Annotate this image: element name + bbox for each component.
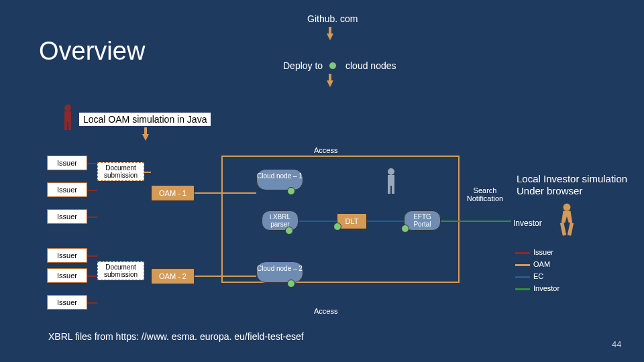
svg-rect-3	[68, 122, 71, 130]
arrow-stem	[329, 74, 331, 80]
legend-investor: Investor	[515, 284, 559, 292]
arrow-down-icon	[327, 34, 333, 40]
connector	[87, 255, 97, 257]
svg-rect-9	[560, 223, 566, 236]
node-dot-icon	[285, 227, 293, 235]
connector	[144, 172, 151, 173]
node-dot-icon	[333, 223, 341, 231]
oam-2-box: OAM - 2	[151, 268, 195, 284]
issuer-box: Issuer	[47, 295, 87, 310]
connector	[441, 221, 511, 222]
arrow-stem	[329, 27, 331, 34]
connector	[87, 163, 97, 164]
local-sim-label: Local OAM simulation in Java	[79, 113, 211, 126]
eftg-portal: EFTG Portal	[404, 210, 441, 231]
issuer-box: Issuer	[47, 182, 87, 197]
issuer-box: Issuer	[47, 268, 87, 283]
svg-point-0	[64, 105, 71, 111]
legend-ec: EC	[515, 272, 543, 280]
connector	[87, 217, 97, 218]
connector	[87, 190, 97, 191]
person-icon	[60, 104, 75, 131]
node-dot-icon	[287, 280, 295, 288]
cloud-node-2: Cloud node – 2	[256, 261, 303, 283]
svg-point-4	[388, 168, 394, 175]
issuer-box: Issuer	[47, 209, 87, 224]
svg-rect-6	[388, 186, 390, 194]
github-label: Github. com	[307, 13, 358, 24]
page-title: Overview	[39, 37, 145, 66]
arrow-down-icon	[327, 80, 333, 87]
issuer-box: Issuer	[47, 156, 87, 170]
svg-rect-1	[64, 111, 71, 122]
doc-submission-box: Document submission	[97, 261, 144, 280]
ixbrl-parser: i.XBRL parser	[262, 210, 299, 231]
connector	[195, 276, 256, 277]
page-number: 44	[612, 339, 621, 349]
connector	[195, 192, 256, 194]
arrow-down-icon	[142, 134, 149, 141]
connector	[87, 276, 97, 277]
walking-person-icon	[557, 202, 577, 239]
node-dot-icon	[401, 225, 409, 233]
svg-rect-7	[392, 186, 394, 194]
investor-label: Investor	[513, 219, 542, 228]
connector	[87, 302, 97, 304]
access-label: Access	[314, 307, 337, 315]
issuer-box: Issuer	[47, 248, 87, 263]
svg-rect-10	[568, 223, 574, 236]
cloud-nodes-label: cloud nodes	[345, 60, 396, 71]
node-dot-icon	[287, 187, 295, 195]
svg-rect-2	[64, 122, 67, 130]
cloud-node-1: Cloud node – 1	[256, 169, 303, 190]
search-notification-label: Search Notification	[462, 186, 508, 202]
cloud-dot-icon	[329, 62, 337, 70]
svg-rect-5	[388, 175, 394, 186]
legend-issuer: Issuer	[515, 248, 553, 256]
svg-point-8	[564, 204, 571, 211]
investor-sim-line2: Under browser	[517, 185, 582, 197]
deploy-to-label: Deploy to	[283, 60, 323, 71]
access-label: Access	[314, 146, 337, 154]
connector	[299, 221, 337, 222]
connector	[367, 221, 404, 222]
legend-oam: OAM	[515, 260, 550, 268]
person-icon	[384, 168, 398, 194]
oam-1-box: OAM - 1	[151, 185, 195, 201]
investor-sim-line1: Local Investor simulation	[517, 173, 627, 185]
footer-text: XBRL files from https: //www. esma. euro…	[48, 331, 304, 342]
doc-submission-box: Document submission	[97, 162, 144, 181]
arrow-stem	[144, 127, 147, 134]
